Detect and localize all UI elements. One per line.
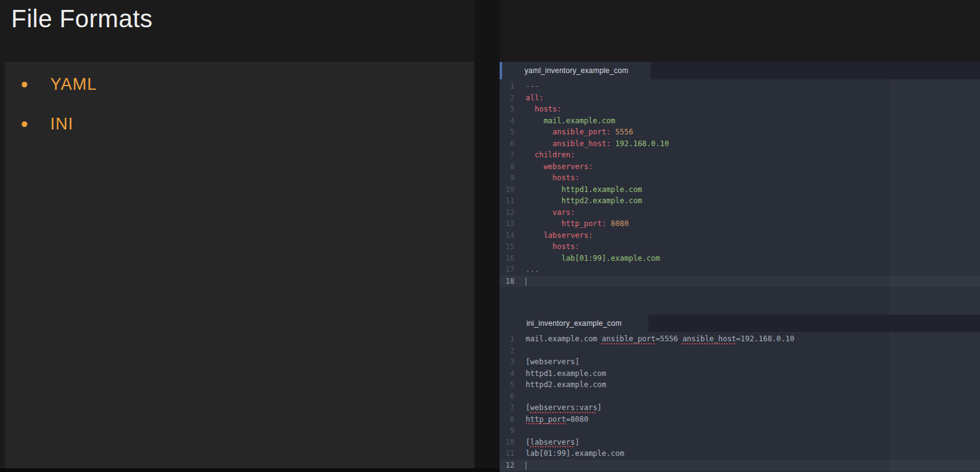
bullet-dot-icon [22, 121, 27, 127]
code-text: lab[01:99].example.com [514, 448, 624, 460]
minimap-scrollbar[interactable] [891, 79, 980, 315]
bullet-item-ini: INI [5, 104, 474, 144]
panel-gap-strip [475, 0, 500, 472]
line-number: 6 [500, 391, 514, 403]
code-text: ... [514, 264, 539, 276]
line-number: 3 [500, 103, 514, 115]
tab-ini-inventory[interactable]: ini_inventory_example_com [500, 315, 648, 332]
bullet-list: YAMLINI [5, 64, 474, 144]
line-number: 10 [500, 437, 514, 448]
line-number: 2 [500, 345, 514, 357]
line-number: 7 [500, 402, 514, 414]
yaml-editor-panel: yaml_inventory_example_com 1---2all:3 ho… [500, 62, 980, 315]
code-text: [labservers] [514, 437, 580, 448]
bullet-dot-icon [22, 82, 27, 87]
code-text: labservers: [514, 230, 593, 242]
line-number: 11 [500, 195, 514, 207]
line-number: 3 [500, 356, 514, 368]
line-number: 8 [500, 414, 514, 426]
text-cursor [526, 278, 526, 286]
line-number: 1 [500, 333, 514, 345]
line-number: 5 [500, 126, 514, 138]
line-number: 15 [500, 241, 514, 253]
line-number: 7 [500, 149, 514, 161]
bullet-panel: YAMLINI [5, 62, 474, 468]
ini-tab-bar: ini_inventory_example_com [500, 315, 980, 332]
code-text: mail.example.com [514, 115, 616, 127]
code-text: httpd1.example.com [514, 184, 642, 196]
code-text [514, 345, 526, 357]
code-text: httpd2.example.com [514, 195, 642, 207]
code-text: --- [514, 81, 539, 92]
editor-stack: yaml_inventory_example_com 1---2all:3 ho… [500, 62, 980, 472]
code-text: mail.example.com ansible_port=5556 ansib… [514, 333, 795, 345]
tab-yaml-inventory[interactable]: yaml_inventory_example_com [502, 62, 651, 79]
line-number: 9 [500, 425, 514, 437]
line-number: 4 [500, 368, 514, 380]
line-number: 11 [500, 448, 514, 460]
code-text [514, 276, 526, 287]
line-number: 13 [500, 218, 514, 230]
line-number: 5 [500, 379, 514, 391]
line-number: 12 [500, 207, 514, 219]
code-text: [webservers:vars] [514, 402, 602, 414]
line-number: 12 [500, 460, 514, 471]
tab-label: yaml_inventory_example_com [524, 66, 628, 75]
line-number: 10 [500, 184, 514, 196]
bullet-label: INI [50, 115, 74, 134]
yaml-tab-bar: yaml_inventory_example_com [500, 62, 980, 79]
text-cursor [526, 461, 526, 470]
code-text: webservers: [514, 161, 593, 173]
line-number: 2 [500, 92, 514, 104]
code-text: http_port: 8080 [514, 218, 629, 230]
code-text: ansible_port: 5556 [514, 126, 633, 138]
code-text: http_port=8080 [514, 414, 588, 426]
bullet-label: YAML [50, 75, 97, 94]
line-number: 9 [500, 172, 514, 184]
code-text: hosts: [514, 241, 580, 253]
line-number: 16 [500, 253, 514, 264]
code-text: all: [514, 92, 544, 104]
code-text [514, 425, 526, 437]
bottom-edge-bar [0, 468, 500, 472]
code-text: hosts: [514, 103, 562, 115]
bullet-item-yaml: YAML [5, 64, 474, 104]
line-number: 18 [500, 276, 514, 287]
code-text [514, 460, 526, 471]
line-number: 6 [500, 138, 514, 150]
line-number: 8 [500, 161, 514, 173]
code-text: lab[01:99].example.com [514, 253, 660, 264]
code-text: ansible_host: 192.168.0.10 [514, 138, 669, 150]
page-title: File Formats [11, 5, 152, 33]
code-text: [webservers] [514, 356, 580, 368]
line-number: 14 [500, 230, 514, 242]
ini-editor-panel: ini_inventory_example_com 1mail.example.… [500, 315, 980, 472]
tab-label: ini_inventory_example_com [526, 319, 622, 328]
line-number: 4 [500, 115, 514, 127]
minimap-scrollbar[interactable] [891, 332, 980, 472]
code-text: vars: [514, 207, 575, 219]
code-text: httpd2.example.com [514, 379, 606, 391]
code-text: hosts: [514, 172, 580, 184]
code-text: children: [514, 149, 575, 161]
line-number: 17 [500, 264, 514, 276]
line-number: 1 [500, 81, 514, 92]
code-text: httpd1.example.com [514, 368, 606, 380]
code-text [514, 391, 526, 403]
